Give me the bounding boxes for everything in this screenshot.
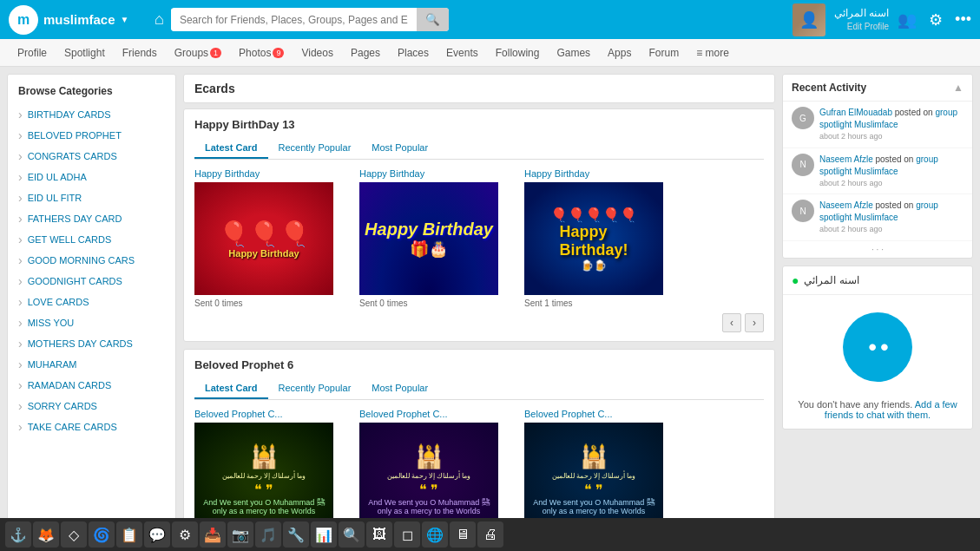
taskbar-search-icon[interactable]: 🔍: [339, 521, 365, 548]
card-title-1[interactable]: Happy Birthday: [194, 168, 351, 179]
sidebar-item-goodnight[interactable]: › GOODNIGHT CARDS: [8, 271, 175, 292]
nav-following[interactable]: Following: [487, 39, 549, 67]
sidebar-item-fathers-day[interactable]: › FATHERS DAY CARD: [8, 208, 175, 229]
nav-photos[interactable]: Photos9: [230, 39, 293, 67]
sidebar-item-eid-ul-fitr[interactable]: › EID UL FITR: [8, 187, 175, 208]
taskbar-globe-icon[interactable]: 🌐: [422, 521, 448, 548]
sidebar-label: EID UL FITR: [28, 193, 82, 203]
taskbar-anchor-icon[interactable]: ⚓: [5, 521, 31, 548]
tab-most-popular-2[interactable]: Most Popular: [361, 378, 438, 399]
sidebar-label: LOVE CARDS: [28, 297, 89, 307]
mosque-icon-3: 🕌: [580, 443, 608, 470]
activity-user-link-1[interactable]: Gufran ElMouadab: [819, 108, 892, 117]
prophet-card-2: Beloved Prophet C... 🕌 وما أرسلناك إلا ر…: [359, 409, 516, 535]
nav-games[interactable]: Games: [548, 39, 599, 67]
prev-arrow-button[interactable]: ‹: [722, 313, 741, 332]
taskbar-pinwheel-icon[interactable]: 🌀: [89, 521, 115, 548]
ecards-header: Ecards: [183, 74, 775, 103]
sidebar-item-get-well[interactable]: › GET WELL CARDS: [8, 229, 175, 250]
sidebar-item-congrats-cards[interactable]: › CONGRATS CARDS: [8, 146, 175, 167]
taskbar-download-icon[interactable]: 📥: [200, 521, 226, 548]
ecards-title: Ecards: [194, 82, 235, 95]
sidebar-item-good-morning[interactable]: › GOOD MORNING CARS: [8, 250, 175, 271]
sidebar-label: MISS YOU: [28, 318, 75, 328]
prophet-card-title-3[interactable]: Beloved Prophet C...: [524, 409, 681, 419]
home-icon[interactable]: ⌂: [155, 10, 164, 29]
activity-time-3: about 2 hours ago: [819, 224, 964, 235]
sidebar-item-beloved-prophet[interactable]: › BELOVED PROPHET: [8, 125, 175, 146]
nav-more[interactable]: ≡ more: [687, 39, 738, 67]
activity-text-2: Naseem Afzle posted on group spotlight M…: [819, 154, 964, 189]
taskbar-diamond-icon[interactable]: ◇: [61, 521, 87, 548]
taskbar-music-icon[interactable]: 🎵: [255, 521, 281, 548]
sidebar-item-sorry-cards[interactable]: › SORRY CARDS: [8, 396, 175, 417]
sidebar-item-eid-ul-adha[interactable]: › EID UL ADHA: [8, 167, 175, 187]
recent-activity-header: Recent Activity ▲: [783, 75, 972, 102]
bullet-icon: ›: [18, 357, 23, 371]
taskbar-firefox-icon[interactable]: 🦊: [33, 521, 59, 548]
next-arrow-button[interactable]: ›: [745, 313, 764, 332]
nav-profile[interactable]: Profile: [9, 39, 56, 67]
card-title-2[interactable]: Happy Birthday: [359, 168, 516, 179]
more-icon[interactable]: •••: [955, 10, 971, 29]
bullet-icon: ›: [18, 420, 23, 434]
nav-pages[interactable]: Pages: [342, 39, 389, 67]
card-thumb-1[interactable]: 🎈🎈🎈 Happy Birthday: [194, 182, 333, 295]
tab-latest-card-1[interactable]: Latest Card: [194, 138, 268, 159]
taskbar-camera-icon[interactable]: 📷: [227, 521, 253, 548]
taskbar-image-icon[interactable]: 🖼: [366, 521, 392, 548]
prophet-card-title-1[interactable]: Beloved Prophet C...: [194, 409, 351, 419]
taskbar-files-icon[interactable]: 📋: [116, 521, 142, 548]
activity-place-link-1[interactable]: Muslimface: [854, 120, 898, 129]
tab-recently-popular-2[interactable]: Recently Popular: [268, 378, 362, 399]
sidebar-item-ramadan[interactable]: › RAMADAN CARDS: [8, 375, 175, 396]
taskbar-tools-icon[interactable]: 🔧: [283, 521, 309, 548]
search-input[interactable]: [171, 9, 417, 31]
nav-events[interactable]: Events: [437, 39, 487, 67]
groups-badge: 1: [210, 48, 221, 58]
sidebar-item-muharam[interactable]: › MUHARAM: [8, 354, 175, 375]
sidebar-item-love-cards[interactable]: › LOVE CARDS: [8, 292, 175, 312]
nav-spotlight[interactable]: Spotlight: [56, 39, 114, 67]
taskbar-chat-icon[interactable]: 💬: [144, 521, 170, 548]
activity-user-link-3[interactable]: Naseem Afzle: [819, 200, 873, 210]
sidebar-item-mothers-day[interactable]: › MOTHERS DAY CARDS: [8, 333, 175, 354]
activity-user-link-2[interactable]: Naseem Afzle: [819, 154, 873, 164]
activity-place-link-3[interactable]: Muslimface: [854, 213, 898, 222]
sidebar-item-birthday-cards[interactable]: › BIRTHDAY CARDS: [8, 104, 175, 125]
bullet-icon: ›: [18, 295, 23, 309]
card-title-3[interactable]: Happy Birthday: [524, 168, 681, 179]
taskbar-box-icon[interactable]: ◻: [394, 521, 420, 548]
prophet-card-title-2[interactable]: Beloved Prophet C...: [359, 409, 516, 419]
sidebar-item-miss-you[interactable]: › MISS YOU: [8, 312, 175, 333]
scroll-up-icon[interactable]: ▲: [953, 82, 964, 94]
logo-dropdown-arrow[interactable]: ▼: [121, 15, 129, 24]
prophet-section: Beloved Prophet 6 Latest Card Recently P…: [183, 349, 775, 545]
friends-icon[interactable]: 👥: [898, 10, 917, 30]
tab-latest-card-2[interactable]: Latest Card: [194, 378, 268, 399]
taskbar-monitor-icon[interactable]: 🖥: [450, 521, 476, 548]
profile-edit-link[interactable]: Edit Profile: [834, 21, 889, 33]
settings-icon[interactable]: ⚙: [929, 10, 943, 30]
prophet-card-3: Beloved Prophet C... 🕌 وما أرسلناك إلا ر…: [524, 409, 681, 535]
card-thumb-2[interactable]: Happy Birthday 🎁🎂: [359, 182, 498, 295]
taskbar-gear-icon[interactable]: ⚙: [172, 521, 198, 548]
tab-recently-popular-1[interactable]: Recently Popular: [268, 138, 362, 159]
taskbar-chart-icon[interactable]: 📊: [311, 521, 337, 548]
nav-forum[interactable]: Forum: [640, 39, 687, 67]
nav-videos[interactable]: Videos: [293, 39, 341, 67]
card-thumb-3[interactable]: 🎈🎈🎈🎈🎈 HappyBirthday! 🍺🍺: [524, 182, 663, 295]
nav-groups[interactable]: Groups1: [166, 39, 230, 67]
balloon-icon-1: 🎈🎈🎈: [219, 220, 310, 248]
taskbar-printer-icon[interactable]: 🖨: [477, 521, 503, 548]
nav-places[interactable]: Places: [389, 39, 437, 67]
sidebar-item-take-care[interactable]: › TAKE CARE CARDS: [8, 417, 175, 437]
bullet-icon: ›: [18, 378, 23, 392]
activity-place-link-2[interactable]: Muslimface: [854, 167, 898, 176]
avatar[interactable]: 👤: [793, 3, 825, 36]
search-button[interactable]: 🔍: [417, 8, 449, 31]
nav-apps[interactable]: Apps: [599, 39, 640, 67]
nav-friends[interactable]: Friends: [114, 39, 166, 67]
tab-most-popular-1[interactable]: Most Popular: [361, 138, 438, 159]
balloon-icon-3: 🎈🎈🎈🎈🎈: [550, 207, 637, 223]
